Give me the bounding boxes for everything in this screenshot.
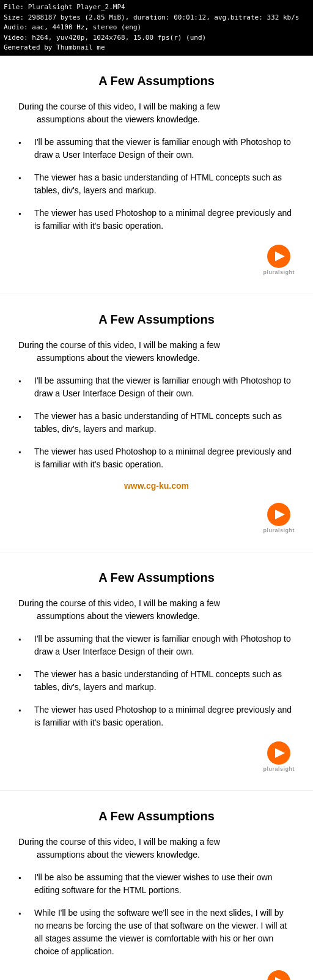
pluralsight-play-icon bbox=[267, 503, 290, 526]
pluralsight-label: pluralsight bbox=[263, 527, 295, 533]
file-info-line2: Size: 2988187 bytes (2.85 MiB), duration… bbox=[4, 13, 309, 23]
bullet-item-2: ▪The viewer has a basic understanding of… bbox=[18, 171, 295, 197]
bullet-item-3: ▪The viewer has used Photoshop to a mini… bbox=[18, 703, 295, 729]
pluralsight-label: pluralsight bbox=[263, 766, 295, 772]
pluralsight-play-icon bbox=[267, 741, 290, 765]
slide-3: A Few AssumptionsDuring the course of th… bbox=[0, 552, 313, 791]
bullet-icon: ▪ bbox=[18, 634, 29, 645]
bullet-text: The viewer has used Photoshop to a minim… bbox=[34, 445, 295, 471]
bullet-item-3: ▪The viewer has used Photoshop to a mini… bbox=[18, 207, 295, 232]
file-info-line1: File: Pluralsight Player_2.MP4 bbox=[4, 2, 309, 13]
bullet-item-1: ▪I'll be assuming that the viewer is fam… bbox=[18, 374, 295, 400]
slide-2: A Few AssumptionsDuring the course of th… bbox=[0, 294, 313, 552]
slide-intro: During the course of this video, I will … bbox=[18, 339, 295, 365]
pluralsight-logo: pluralsight bbox=[263, 741, 295, 772]
slide-intro: During the course of this video, I will … bbox=[18, 597, 295, 623]
bullet-icon: ▪ bbox=[18, 705, 29, 716]
bullet-icon: ▪ bbox=[18, 908, 29, 919]
pluralsight-logo: pluralsight bbox=[263, 245, 295, 275]
bullet-icon: ▪ bbox=[18, 173, 29, 184]
bullet-item-3: ▪The viewer has used Photoshop to a mini… bbox=[18, 445, 295, 471]
bullet-text: The viewer has a basic understanding of … bbox=[34, 171, 295, 197]
pluralsight-watermark: pluralsight bbox=[18, 245, 295, 275]
bullet-icon: ▪ bbox=[18, 137, 29, 148]
slide-intro: During the course of this video, I will … bbox=[18, 100, 295, 126]
slide-title: A Few Assumptions bbox=[18, 571, 295, 585]
bullet-icon: ▪ bbox=[18, 447, 29, 458]
pluralsight-watermark: pluralsight bbox=[18, 970, 295, 981]
bullet-item-2: ▪The viewer has a basic understanding of… bbox=[18, 410, 295, 436]
pluralsight-logo: pluralsight bbox=[263, 503, 295, 533]
bullet-item-2: ▪The viewer has a basic understanding of… bbox=[18, 668, 295, 694]
bullet-item-1: ▪I'll be assuming that the viewer is fam… bbox=[18, 136, 295, 161]
pluralsight-play-icon bbox=[267, 245, 290, 268]
slide-intro: During the course of this video, I will … bbox=[18, 836, 295, 861]
bullet-text: I'll be assuming that the viewer is fami… bbox=[34, 374, 295, 400]
bullet-icon: ▪ bbox=[18, 411, 29, 422]
bullet-text: The viewer has used Photoshop to a minim… bbox=[34, 207, 295, 232]
pluralsight-label: pluralsight bbox=[263, 269, 295, 275]
bullet-icon: ▪ bbox=[18, 208, 29, 219]
file-info-line3: Audio: aac, 44100 Hz, stereo (eng) bbox=[4, 23, 309, 33]
slide-title: A Few Assumptions bbox=[18, 313, 295, 327]
bullet-icon: ▪ bbox=[18, 376, 29, 387]
bullet-list: ▪I'll be also be assuming that the viewe… bbox=[18, 871, 295, 958]
pluralsight-play-icon bbox=[267, 970, 290, 981]
bullet-icon: ▪ bbox=[18, 872, 29, 883]
file-info-bar: File: Pluralsight Player_2.MP4 Size: 298… bbox=[0, 0, 313, 56]
slide-1: A Few AssumptionsDuring the course of th… bbox=[0, 56, 313, 294]
slides-container: A Few AssumptionsDuring the course of th… bbox=[0, 56, 313, 981]
bullet-list: ▪I'll be assuming that the viewer is fam… bbox=[18, 374, 295, 471]
bullet-text: I'll be assuming that the viewer is fami… bbox=[34, 136, 295, 161]
bullet-item-2: ▪While I'll be using the software we'll … bbox=[18, 907, 295, 958]
bullet-text: I'll be assuming that the viewer is fami… bbox=[34, 633, 295, 658]
slide-title: A Few Assumptions bbox=[18, 809, 295, 823]
pluralsight-watermark: pluralsight bbox=[18, 741, 295, 772]
bullet-text: The viewer has used Photoshop to a minim… bbox=[34, 703, 295, 729]
pluralsight-watermark: pluralsight bbox=[18, 503, 295, 533]
slide-title: A Few Assumptions bbox=[18, 74, 295, 88]
bullet-item-1: ▪I'll be also be assuming that the viewe… bbox=[18, 871, 295, 897]
bullet-item-1: ▪I'll be assuming that the viewer is fam… bbox=[18, 633, 295, 658]
bullet-icon: ▪ bbox=[18, 669, 29, 680]
bullet-text: The viewer has a basic understanding of … bbox=[34, 410, 295, 436]
slide-4: A Few AssumptionsDuring the course of th… bbox=[0, 791, 313, 981]
bullet-text: While I'll be using the software we'll s… bbox=[34, 907, 295, 958]
bullet-text: I'll be also be assuming that the viewer… bbox=[34, 871, 295, 897]
file-info-line4: Video: h264, yuv420p, 1024x768, 15.00 fp… bbox=[4, 33, 309, 43]
bullet-list: ▪I'll be assuming that the viewer is fam… bbox=[18, 633, 295, 729]
bullet-text: The viewer has a basic understanding of … bbox=[34, 668, 295, 694]
watermark-url: www.cg-ku.com bbox=[18, 481, 295, 491]
pluralsight-logo: pluralsight bbox=[263, 970, 295, 981]
file-info-line5: Generated by Thumbnail me bbox=[4, 43, 309, 53]
bullet-list: ▪I'll be assuming that the viewer is fam… bbox=[18, 136, 295, 232]
